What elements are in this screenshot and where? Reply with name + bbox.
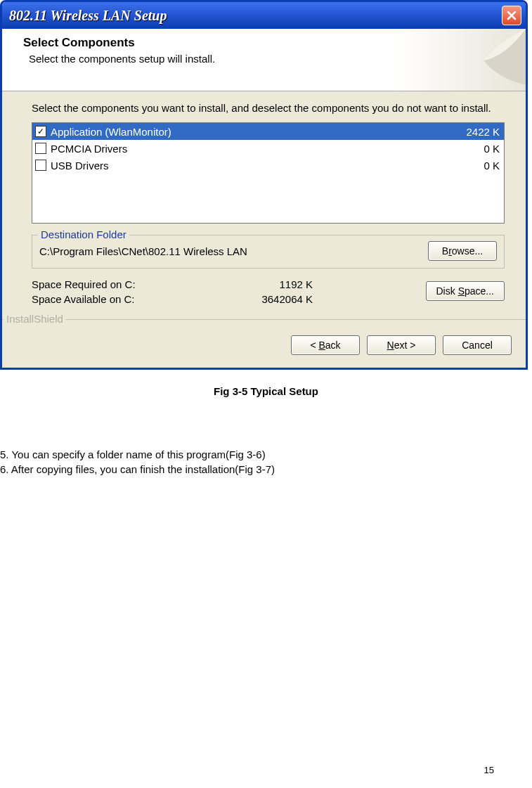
close-button[interactable] <box>502 6 521 25</box>
component-row[interactable]: Application (WlanMonitor) 2422 K <box>32 123 504 140</box>
checkbox-icon[interactable] <box>35 143 46 154</box>
space-required-value: 1192 K <box>228 278 313 290</box>
component-row[interactable]: PCMCIA Drivers 0 K <box>32 140 504 157</box>
components-listbox[interactable]: Application (WlanMonitor) 2422 K PCMCIA … <box>32 122 505 224</box>
component-name: PCMCIA Drivers <box>51 143 127 155</box>
checkbox-icon[interactable] <box>35 160 46 171</box>
page-curl-icon <box>469 29 526 85</box>
checkbox-icon[interactable] <box>35 126 46 137</box>
body-panel: Select the components you want to instal… <box>2 91 526 314</box>
close-icon <box>507 11 517 20</box>
page-number: 15 <box>484 765 494 775</box>
component-name: USB Drivers <box>51 160 109 172</box>
destination-legend: Destination Folder <box>38 228 129 240</box>
installer-dialog: 802.11 Wireless LAN Setup Select Compone… <box>0 0 528 370</box>
component-row[interactable]: USB Drivers 0 K <box>32 157 504 174</box>
header-subtitle: Select the components setup will install… <box>29 53 516 65</box>
component-size: 2422 K <box>466 126 500 138</box>
destination-fieldset: Destination Folder C:\Program Files\CNet… <box>32 235 505 269</box>
back-button[interactable]: < Back <box>291 335 360 355</box>
document-text: 5. You can specify a folder name of this… <box>0 448 532 477</box>
cancel-button[interactable]: Cancel <box>443 335 512 355</box>
window-title: 802.11 Wireless LAN Setup <box>9 8 167 24</box>
space-required-label: Space Required on C: <box>32 278 228 290</box>
figure-caption: Fig 3-5 Typical Setup <box>0 385 532 397</box>
titlebar[interactable]: 802.11 Wireless LAN Setup <box>2 2 526 29</box>
destination-path: C:\Program Files\CNet\802.11 Wireless LA… <box>39 245 247 257</box>
doc-line: 5. You can specify a folder name of this… <box>0 448 532 462</box>
header-panel: Select Components Select the components … <box>2 29 526 91</box>
browse-button[interactable]: Browse... <box>428 241 497 261</box>
component-name: Application (WlanMonitor) <box>51 126 171 138</box>
header-title: Select Components <box>23 36 516 50</box>
space-available-label: Space Available on C: <box>32 293 228 305</box>
footer-panel: InstallShield < Back Next > Cancel <box>2 319 526 368</box>
instruction-text: Select the components you want to instal… <box>32 101 505 115</box>
space-info: Space Required on C: 1192 K Space Availa… <box>32 278 505 308</box>
component-size: 0 K <box>484 160 500 172</box>
component-size: 0 K <box>484 143 500 155</box>
next-button[interactable]: Next > <box>367 335 436 355</box>
footer-brand: InstallShield <box>4 313 66 325</box>
space-available-value: 3642064 K <box>228 293 313 305</box>
disk-space-button[interactable]: Disk Space... <box>426 281 505 301</box>
doc-line: 6. After copying files, you can finish t… <box>0 463 532 477</box>
